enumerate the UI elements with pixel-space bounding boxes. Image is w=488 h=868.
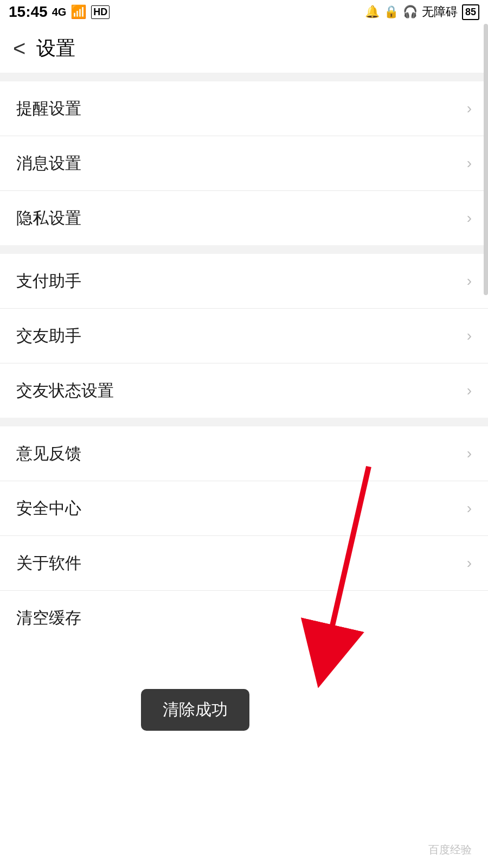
menu-item-friend-assistant[interactable]: 交友助手 › [0,309,488,363]
chevron-right-icon-6: › [467,382,472,399]
watermark: 百度经验 [428,843,472,857]
chevron-right-icon-8: › [467,500,472,517]
payment-assistant-label: 支付助手 [16,270,81,292]
network-signal-icon: 4G [52,6,67,18]
back-button[interactable]: < [13,37,25,59]
message-settings-label: 消息设置 [16,152,81,175]
headphone-icon: 🎧 [403,5,418,19]
chevron-right-icon: › [467,100,472,117]
menu-item-security-center[interactable]: 安全中心 › [0,481,488,535]
clear-cache-label: 清空缓存 [16,607,81,629]
battery-indicator: 85 [462,4,479,20]
chevron-right-icon-4: › [467,272,472,290]
menu-group-3: 意见反馈 › 安全中心 › 关于软件 › [0,426,488,590]
chevron-right-icon-9: › [467,554,472,572]
status-time: 15:45 [9,3,48,21]
status-right: 🔔 🔒 🎧 无障碍 85 [365,4,479,20]
toast-message: 清除成功 [141,689,249,731]
menu-item-payment-assistant[interactable]: 支付助手 › [0,254,488,308]
menu-item-clear-cache[interactable]: 清空缓存 [0,591,488,645]
friend-status-settings-label: 交友状态设置 [16,380,114,402]
menu-item-message-settings[interactable]: 消息设置 › [0,136,488,190]
wifi-icon: 📶 [70,4,87,20]
friend-assistant-label: 交友助手 [16,325,81,347]
status-bar: 15:45 4G 📶 HD 🔔 🔒 🎧 无障碍 85 [0,0,488,24]
page-header: < 设置 [0,24,488,73]
page-title: 设置 [36,35,75,62]
security-center-label: 安全中心 [16,497,81,520]
menu-item-feedback[interactable]: 意见反馈 › [0,426,488,481]
status-left: 15:45 4G 📶 HD [9,3,110,21]
scrollbar[interactable] [484,24,488,295]
menu-group-1: 提醒设置 › 消息设置 › 隐私设置 › [0,81,488,245]
chevron-right-icon-2: › [467,155,472,172]
privacy-settings-label: 隐私设置 [16,207,81,229]
group-divider-1 [0,245,488,254]
menu-item-friend-status-settings[interactable]: 交友状态设置 › [0,363,488,418]
chevron-right-icon-7: › [467,445,472,462]
lock-icon: 🔒 [384,5,399,19]
feedback-label: 意见反馈 [16,443,81,465]
section-divider-top [0,73,488,81]
reminder-settings-label: 提醒设置 [16,98,81,120]
about-label: 关于软件 [16,552,81,575]
menu-item-about[interactable]: 关于软件 › [0,536,488,590]
menu-item-privacy-settings[interactable]: 隐私设置 › [0,191,488,245]
group-divider-2 [0,418,488,426]
chevron-right-icon-5: › [467,327,472,344]
accessibility-label: 无障碍 [422,4,458,20]
hd-icon: HD [91,5,110,19]
menu-item-reminder-settings[interactable]: 提醒设置 › [0,81,488,136]
chevron-right-icon-3: › [467,209,472,227]
menu-group-2: 支付助手 › 交友助手 › 交友状态设置 › [0,254,488,418]
bell-icon: 🔔 [365,5,380,19]
toast-text: 清除成功 [163,700,228,718]
